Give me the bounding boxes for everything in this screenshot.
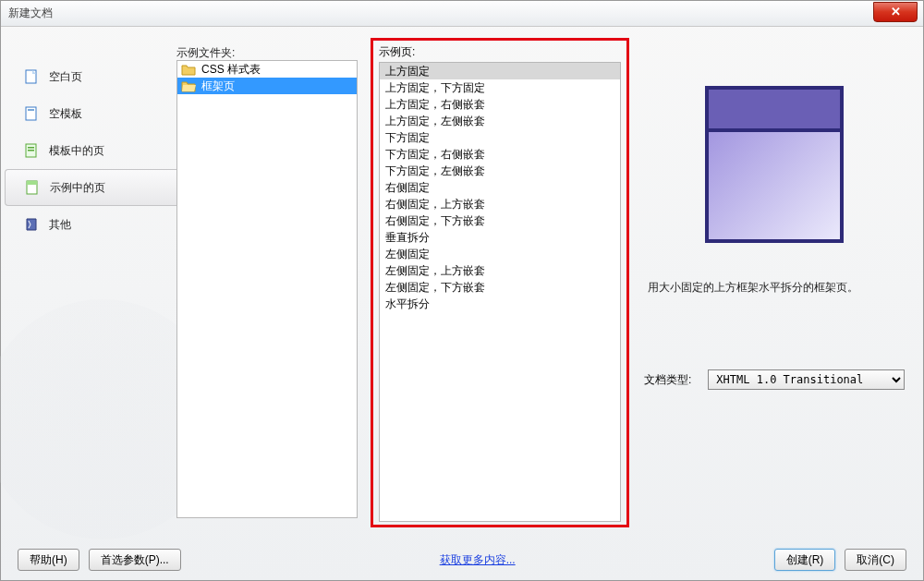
page-item[interactable]: 上方固定，左侧嵌套 — [380, 113, 620, 129]
page-item[interactable]: 上方固定，下方固定 — [380, 79, 620, 96]
pages-label: 示例页: — [379, 44, 621, 60]
sidebar-item-label: 其他 — [49, 217, 71, 233]
page-item[interactable]: 垂直拆分 — [380, 229, 620, 246]
folder-label: 框架页 — [201, 79, 235, 94]
sidebar: 空白页 空模板 模板中的页 示例中的页 — [5, 32, 176, 539]
page-item[interactable]: 右侧固定，上方嵌套 — [380, 196, 620, 212]
doctype-label: 文档类型: — [644, 372, 691, 388]
preview-top-frame — [709, 90, 840, 132]
page-item[interactable]: 下方固定 — [380, 129, 620, 146]
sidebar-item-sample-page[interactable]: 示例中的页 — [5, 169, 176, 206]
sidebar-item-other[interactable]: 其他 — [5, 206, 176, 243]
cancel-button[interactable]: 取消(C) — [845, 549, 906, 571]
help-button[interactable]: 帮助(H) — [18, 549, 79, 571]
create-button[interactable]: 创建(R) — [774, 549, 836, 571]
folder-row-css[interactable]: CSS 样式表 — [177, 61, 357, 78]
sample-page-icon — [24, 179, 41, 196]
preview-description: 用大小固定的上方框架水平拆分的框架页。 — [644, 280, 905, 296]
doctype-select[interactable]: XHTML 1.0 Transitional — [708, 369, 905, 390]
sidebar-item-label: 空白页 — [49, 69, 82, 85]
sidebar-item-label: 空模板 — [49, 106, 82, 122]
page-item[interactable]: 下方固定，右侧嵌套 — [380, 146, 620, 163]
page-item[interactable]: 左侧固定，下方嵌套 — [380, 279, 620, 296]
page-item[interactable]: 水平拆分 — [380, 296, 620, 312]
window-title: 新建文档 — [8, 6, 53, 21]
page-item[interactable]: 左侧固定 — [380, 246, 620, 262]
template-icon — [23, 105, 40, 122]
folder-panel: CSS 样式表 框架页 — [176, 60, 358, 518]
folder-label: CSS 样式表 — [201, 62, 261, 78]
svg-rect-7 — [27, 181, 37, 185]
template-page-icon — [23, 142, 40, 159]
right-pane: 用大小固定的上方框架水平拆分的框架页。 文档类型: XHTML 1.0 Tran… — [629, 32, 914, 539]
close-icon: ✕ — [891, 5, 901, 18]
other-icon — [23, 216, 40, 233]
page-item[interactable]: 上方固定 — [380, 63, 620, 79]
page-icon — [23, 68, 40, 85]
page-item[interactable]: 下方固定，左侧嵌套 — [380, 163, 620, 179]
sidebar-item-blank-template[interactable]: 空模板 — [5, 95, 176, 132]
svg-rect-2 — [28, 109, 34, 111]
highlight-frame: 示例页: 上方固定 上方固定，下方固定 上方固定，右侧嵌套 上方固定，左侧嵌套 … — [371, 38, 629, 527]
page-panel: 上方固定 上方固定，下方固定 上方固定，右侧嵌套 上方固定，左侧嵌套 下方固定 … — [379, 62, 621, 522]
sidebar-item-blank-page[interactable]: 空白页 — [5, 58, 176, 95]
get-more-link[interactable]: 获取更多内容... — [440, 552, 516, 568]
sidebar-item-label: 示例中的页 — [50, 180, 105, 196]
preview-box — [705, 86, 844, 243]
close-button[interactable]: ✕ — [873, 2, 918, 22]
sidebar-item-label: 模板中的页 — [49, 143, 104, 159]
folders-label: 示例文件夹: — [176, 45, 235, 61]
preferences-button[interactable]: 首选参数(P)... — [89, 549, 181, 571]
folder-row-frameset[interactable]: 框架页 — [177, 78, 357, 94]
sidebar-item-template-page[interactable]: 模板中的页 — [5, 132, 176, 169]
footer: 帮助(H) 首选参数(P)... 获取更多内容... 创建(R) 取消(C) — [1, 539, 923, 580]
page-item[interactable]: 右侧固定 — [380, 179, 620, 196]
page-item[interactable]: 上方固定，右侧嵌套 — [380, 96, 620, 113]
folder-icon — [181, 63, 196, 76]
svg-rect-4 — [28, 147, 34, 149]
titlebar: 新建文档 ✕ — [1, 1, 923, 27]
page-item[interactable]: 左侧固定，上方嵌套 — [380, 262, 620, 279]
svg-rect-5 — [28, 150, 34, 151]
svg-rect-0 — [26, 70, 36, 83]
page-item[interactable]: 右侧固定，下方嵌套 — [380, 212, 620, 229]
folder-open-icon — [181, 79, 196, 92]
preview-bottom-frame — [709, 132, 840, 239]
